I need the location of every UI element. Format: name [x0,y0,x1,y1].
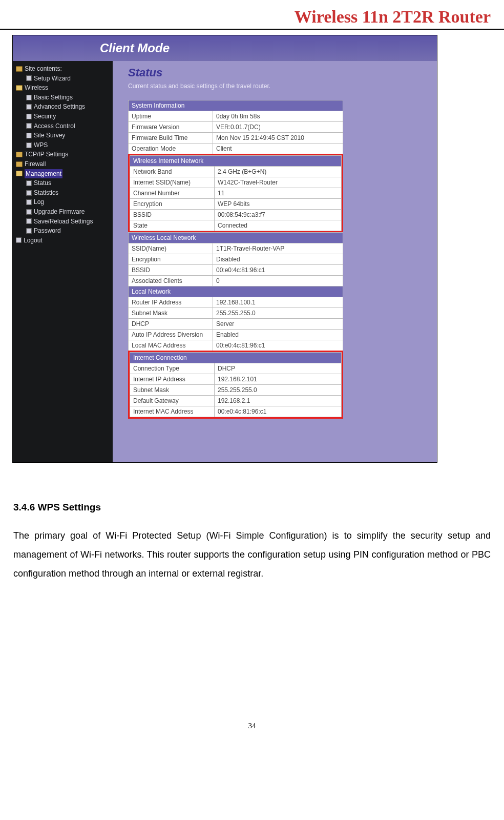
section-header: Local Network [129,286,343,297]
row-label: Router IP Address [129,297,213,308]
folder-open-icon [16,85,23,91]
row-value: 255.255.255.0 [215,385,342,396]
sidebar-item-label: Statistics [34,188,58,198]
row-label: Encryption [130,199,215,210]
row-value: 192.168.2.1 [215,396,342,406]
row-label: Uptime [129,111,213,122]
file-icon [26,123,32,129]
row-value: 00:e0:4c:81:96:c1 [213,340,343,351]
row-value: Server [213,319,343,330]
table-row: Connection TypeDHCP [130,363,342,374]
sidebar-item-setup-wizard[interactable]: Setup Wizard [15,74,111,84]
row-label: Internet SSID(Name) [130,177,215,188]
file-icon [16,237,22,243]
sidebar-item-statistics[interactable]: Statistics [15,188,111,198]
sidebar-item-access-control[interactable]: Access Control [15,121,111,131]
sidebar-item-upgrade-firmware[interactable]: Upgrade Firmware [15,207,111,217]
row-label: Auto IP Address Diversion [129,330,213,340]
sidebar-item-label: Save/Reload Settings [34,217,93,227]
table-row: Default Gateway192.168.2.1 [130,396,342,406]
table-row: StateConnected [130,220,342,231]
section-header: Wireless Internet Network [130,156,342,167]
highlighted-section-internet-connection: Internet Connection Connection TypeDHCP … [128,351,343,419]
row-value: WEP 64bits [215,199,342,210]
folder-icon [16,152,23,157]
row-label: Internet IP Address [130,374,215,385]
file-icon [26,228,32,234]
sidebar-item-label: Site Survey [34,131,65,140]
row-label: Local MAC Address [129,340,213,351]
section-header: System Information [129,100,343,111]
file-icon [26,142,32,148]
row-value: 00:e0:4c:81:96:c1 [215,406,342,417]
folder-open-icon [16,171,23,176]
row-value: VER:0.01.7(DC) [213,122,343,133]
section-header: Internet Connection [130,353,342,363]
row-label: Default Gateway [130,396,215,406]
sidebar-item-security[interactable]: Security [15,112,111,121]
table-row: Subnet Mask255.255.255.0 [129,308,343,319]
sidebar-item-label: Advanced Settings [34,102,85,112]
row-value: Client [213,144,343,154]
table-row: EncryptionWEP 64bits [130,199,342,210]
row-label: State [130,220,215,231]
table-row: Internet SSID(Name)W142C-Travel-Router [130,177,342,188]
sidebar-item-label: Logout [24,236,43,245]
file-icon [26,95,32,100]
file-icon [26,114,32,119]
sidebar-item-logout[interactable]: Logout [15,236,111,245]
file-icon [26,104,32,110]
table-row: Auto IP Address DiversionEnabled [129,330,343,340]
row-value: Disabled [213,254,343,265]
row-label: Operation Mode [129,144,213,154]
row-label: SSID(Name) [129,243,213,254]
file-icon [26,180,32,186]
row-label: Subnet Mask [129,308,213,319]
sidebar-item-tcpip[interactable]: TCP/IP Settings [15,150,111,159]
content-title: Status [125,64,425,81]
sidebar-item-management[interactable]: Management [15,169,111,179]
sidebar-item-advanced-settings[interactable]: Advanced Settings [15,102,111,112]
table-row: Channel Number11 [130,188,342,199]
row-label: Encryption [129,254,213,265]
sidebar-item-wps[interactable]: WPS [15,140,111,150]
sidebar-item-label: Upgrade Firmware [34,207,85,217]
titlebar-title: Client Mode [100,41,170,55]
row-value: 00:e0:4c:81:96:c1 [213,265,343,276]
row-label: Associated Clients [129,276,213,286]
sidebar-header: Site contents: [15,64,111,74]
row-value: Enabled [213,330,343,340]
sidebar-item-firewall[interactable]: Firewall [15,159,111,169]
table-row: BSSID00:08:54:9c:a3:f7 [130,210,342,220]
sidebar-item-site-survey[interactable]: Site Survey [15,131,111,140]
table-row: Subnet Mask255.255.255.0 [130,385,342,396]
sidebar-item-label: Security [34,112,56,121]
row-value: 255.255.255.0 [213,308,343,319]
sidebar-item-password[interactable]: Password [15,226,111,236]
table-row: Internet MAC Address00:e0:4c:81:96:c1 [130,406,342,417]
row-value: Connected [215,220,342,231]
sidebar-item-log[interactable]: Log [15,197,111,207]
row-label: Firmware Version [129,122,213,133]
row-label: Connection Type [130,363,215,374]
sidebar-item-wireless[interactable]: Wireless [15,83,111,93]
sidebar-item-label: WPS [34,140,48,150]
sidebar-item-label: Wireless [25,83,48,93]
sidebar-item-label: Access Control [34,121,75,131]
table-row: Firmware VersionVER:0.01.7(DC) [129,122,343,133]
table-row: Internet IP Address192.168.2.101 [130,374,342,385]
row-label: BSSID [130,210,215,220]
sidebar-item-label: Setup Wizard [34,74,71,84]
row-label: DHCP [129,319,213,330]
table-row: EncryptionDisabled [129,254,343,265]
sidebar-item-save-reload[interactable]: Save/Reload Settings [15,217,111,227]
titlebar: Client Mode [13,35,437,61]
status-table-internet-connection: Internet Connection Connection TypeDHCP … [130,352,342,417]
body-paragraph: The primary goal of Wi-Fi Protected Setu… [13,526,491,583]
sidebar-item-status[interactable]: Status [15,178,111,188]
file-icon [26,133,32,138]
sidebar-item-basic-settings[interactable]: Basic Settings [15,93,111,102]
status-table-wireless-internet: Wireless Internet Network Network Band2.… [130,155,342,231]
router-admin-screenshot: Client Mode Site contents: Setup Wizard … [12,35,437,463]
sidebar-item-label: Status [34,178,51,188]
